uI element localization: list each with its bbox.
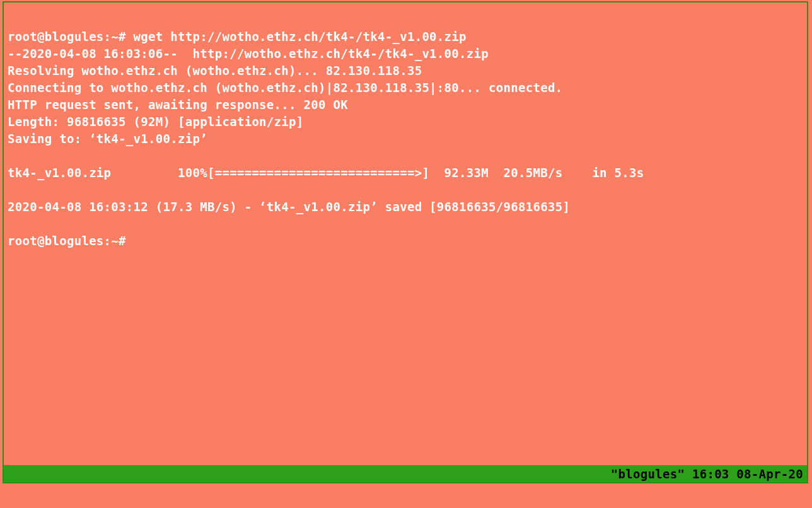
terminal-output[interactable]: root@blogules:~# wget http://wotho.ethz.… bbox=[4, 3, 807, 465]
output-line: HTTP request sent, awaiting response... … bbox=[8, 98, 348, 112]
output-line: Resolving wotho.ethz.ch (wotho.ethz.ch).… bbox=[8, 64, 422, 78]
status-text: "blogules" 16:03 08-Apr-20 bbox=[611, 467, 803, 481]
status-bar: "blogules" 16:03 08-Apr-20 bbox=[4, 465, 807, 482]
prompt-line[interactable]: root@blogules:~# bbox=[8, 234, 126, 248]
output-line: tk4-_v1.00.zip 100%[====================… bbox=[8, 166, 644, 180]
output-line: root@blogules:~# wget http://wotho.ethz.… bbox=[8, 30, 467, 43]
output-line: Length: 96816635 (92M) [application/zip] bbox=[8, 115, 304, 129]
output-line: Connecting to wotho.ethz.ch (wotho.ethz.… bbox=[8, 81, 562, 95]
output-line: 2020-04-08 16:03:12 (17.3 MB/s) - ‘tk4-_… bbox=[8, 200, 570, 214]
terminal-window: root@blogules:~# wget http://wotho.ethz.… bbox=[3, 1, 808, 483]
output-line: Saving to: ‘tk4-_v1.00.zip’ bbox=[8, 132, 207, 146]
output-line: --2020-04-08 16:03:06-- http://wotho.eth… bbox=[8, 47, 489, 61]
